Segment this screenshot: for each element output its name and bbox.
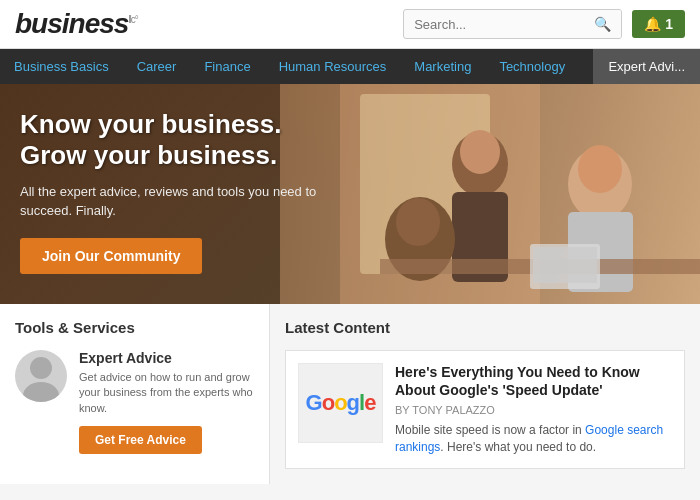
article-thumbnail: Google (298, 363, 383, 443)
expert-desc: Get advice on how to run and grow your b… (79, 370, 254, 416)
article-desc: Mobile site speed is now a factor in Goo… (395, 422, 672, 456)
nav-items: Business Basics Career Finance Human Res… (0, 49, 593, 84)
hero-section: Know your business. Grow your business. … (0, 84, 700, 304)
svg-rect-13 (533, 247, 597, 283)
article-content: Here's Everything You Need to Know About… (395, 363, 672, 456)
nav-item-marketing[interactable]: Marketing (400, 49, 485, 84)
logo-sup: llc° (128, 14, 137, 25)
notif-count: 1 (665, 16, 673, 32)
main-nav: Business Basics Career Finance Human Res… (0, 49, 700, 84)
bell-icon: 🔔 (644, 16, 661, 32)
google-logo: Google (306, 390, 376, 416)
join-community-button[interactable]: Join Our Community (20, 238, 202, 274)
nav-expert-advice[interactable]: Expert Advi... (593, 49, 700, 84)
search-bar: 🔍 (403, 9, 622, 39)
search-input[interactable] (404, 11, 584, 38)
article-title: Here's Everything You Need to Know About… (395, 363, 672, 399)
article-desc-text2: . Here's what you need to do. (440, 440, 596, 454)
expert-info: Expert Advice Get advice on how to run a… (79, 350, 254, 454)
article-desc-text1: Mobile site speed is now a factor in (395, 423, 585, 437)
expert-card: Expert Advice Get advice on how to run a… (15, 350, 254, 454)
nav-item-human-resources[interactable]: Human Resources (265, 49, 401, 84)
search-icon: 🔍 (594, 16, 611, 32)
expert-name: Expert Advice (79, 350, 254, 366)
header-right: 🔍 🔔 1 (403, 9, 685, 39)
latest-title: Latest Content (285, 319, 685, 336)
hero-title-line1: Know your business. (20, 109, 360, 140)
get-free-advice-button[interactable]: Get Free Advice (79, 426, 202, 454)
latest-section: Latest Content Google Here's Everything … (270, 304, 700, 484)
hero-title: Know your business. Grow your business. (20, 109, 360, 171)
logo-text: business (15, 8, 128, 39)
hero-subtitle: All the expert advice, reviews and tools… (20, 183, 330, 219)
nav-item-finance[interactable]: Finance (190, 49, 264, 84)
bottom-section: Tools & Services Expert Advice Get advic… (0, 304, 700, 484)
svg-point-10 (396, 198, 440, 246)
tools-title: Tools & Services (15, 319, 254, 336)
hero-content: Know your business. Grow your business. … (0, 84, 380, 294)
article-author: BY TONY PALAZZO (395, 404, 672, 416)
tools-section: Tools & Services Expert Advice Get advic… (0, 304, 270, 484)
site-logo[interactable]: businessllc° (15, 8, 138, 40)
header: businessllc° 🔍 🔔 1 (0, 0, 700, 49)
nav-item-technology[interactable]: Technology (485, 49, 579, 84)
avatar (15, 350, 67, 402)
svg-point-15 (23, 382, 59, 402)
person-silhouette-icon (15, 350, 67, 402)
nav-item-career[interactable]: Career (123, 49, 191, 84)
article-card: Google Here's Everything You Need to Kno… (285, 350, 685, 469)
svg-point-14 (30, 357, 52, 379)
svg-point-7 (578, 145, 622, 193)
notification-button[interactable]: 🔔 1 (632, 10, 685, 38)
svg-point-5 (460, 130, 500, 174)
hero-title-line2: Grow your business. (20, 140, 360, 171)
search-button[interactable]: 🔍 (584, 10, 621, 38)
nav-item-business-basics[interactable]: Business Basics (0, 49, 123, 84)
